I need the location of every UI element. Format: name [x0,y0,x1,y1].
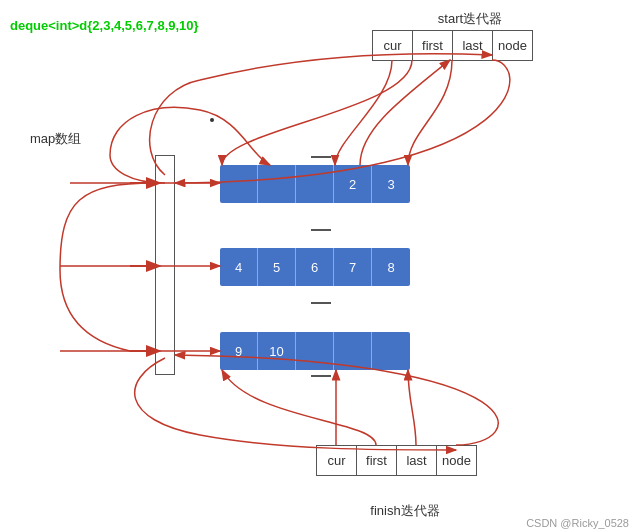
buf2-c5: 8 [372,248,410,286]
finish-iterator-table: cur first last node [316,445,477,476]
start-iterator-label: start迭代器 [380,10,560,28]
start-node: node [493,31,533,61]
buf2-c3: 6 [296,248,334,286]
buf1-c1 [220,165,258,203]
start-cur: cur [373,31,413,61]
main-container: deque<int>d{2,3,4,5,6,7,8,9,10} start迭代器… [0,0,633,531]
buffer-2: 4 5 6 7 8 [220,248,410,286]
buf2-c1: 4 [220,248,258,286]
map-divider-bot [311,375,331,377]
buf2-c2: 5 [258,248,296,286]
map-divider-mid2 [311,302,331,304]
buf3-c1: 9 [220,332,258,370]
watermark: CSDN @Ricky_0528 [526,517,629,529]
buf3-c2: 10 [258,332,296,370]
buf2-c4: 7 [334,248,372,286]
buf1-c4: 2 [334,165,372,203]
buffer-1: 2 3 [220,165,410,203]
buf1-c5: 3 [372,165,410,203]
buffer-3: 9 10 [220,332,410,370]
map-column [155,155,175,375]
deque-label: deque<int>d{2,3,4,5,6,7,8,9,10} [10,18,199,33]
buf3-c3 [296,332,334,370]
finish-first: first [357,446,397,476]
start-first: first [413,31,453,61]
buf3-c4 [334,332,372,370]
map-divider-mid1 [311,229,331,231]
map-label: map数组 [30,130,81,148]
dot [210,118,214,122]
finish-cur: cur [317,446,357,476]
finish-node: node [437,446,477,476]
buf1-c2 [258,165,296,203]
map-divider-top [311,156,331,158]
buf1-c3 [296,165,334,203]
finish-iterator-label: finish迭代器 [330,502,480,520]
finish-last: last [397,446,437,476]
start-iterator-table: cur first last node [372,30,533,61]
start-last: last [453,31,493,61]
buf3-c5 [372,332,410,370]
